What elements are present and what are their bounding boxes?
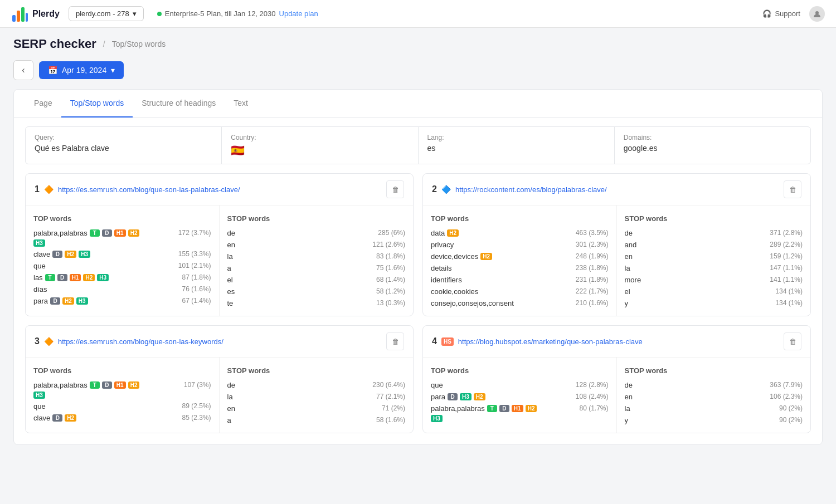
delete-button[interactable]: 🗑 — [784, 180, 801, 198]
word-count: 76 (1.6%) — [182, 285, 211, 293]
favicon-icon: 🔶 — [44, 185, 54, 194]
logo: Plerdy — [11, 5, 60, 23]
stop-word-row: en 106 (2.3%) — [617, 391, 811, 403]
user-icon[interactable] — [809, 6, 825, 22]
word-count: 231 (1.8%) — [576, 276, 609, 283]
date-label: Apr 19, 2024 — [62, 66, 106, 75]
word-left: días — [33, 285, 47, 293]
query-label: Query: — [35, 134, 212, 141]
stop-word-row: la 77 (2.1%) — [220, 391, 414, 403]
delete-button[interactable]: 🗑 — [784, 332, 801, 350]
stop-word-row: en 159 (1.2%) — [617, 251, 811, 262]
stop-word-row: la 90 (2%) — [617, 403, 811, 414]
card-header-2: 2 🔷 https://rockcontent.com/es/blog/pala… — [423, 174, 810, 205]
delete-button[interactable]: 🗑 — [386, 180, 404, 198]
badge-d: D — [499, 405, 509, 412]
word-count: 222 (1.7%) — [576, 287, 609, 295]
badge-h2: H2 — [62, 297, 74, 305]
stop-word-row: de 285 (6%) — [220, 227, 414, 239]
words-section: TOP words palabra,palabras TDH1H2 H3 172… — [26, 205, 413, 316]
top-word-row: clave DH2 85 (2.3%) — [26, 412, 219, 424]
badge-h1: H1 — [512, 405, 523, 412]
word-count: 87 (1.8%) — [182, 273, 211, 281]
stop-words-list: de 363 (7.9%) en 106 (2.3%) la 90 (2%) y… — [617, 379, 811, 426]
stop-word-row: a 75 (1.6%) — [220, 262, 414, 274]
tab-text[interactable]: Text — [225, 90, 257, 118]
stop-word-row: el 134 (1%) — [617, 286, 811, 297]
tab-headings[interactable]: Structure of headings — [133, 90, 225, 118]
site-selector-text: plerdy.com - 278 — [76, 9, 129, 18]
country-label: Country: — [231, 134, 409, 141]
stop-words-header: STOP words — [220, 212, 414, 227]
stop-word-text: en — [227, 241, 235, 249]
site-selector[interactable]: plerdy.com - 278 ▾ — [69, 6, 144, 21]
card-url[interactable]: https://es.semrush.com/blog/que-son-las-… — [58, 185, 382, 194]
badge-h3: H3 — [431, 415, 443, 422]
card-url[interactable]: https://es.semrush.com/blog/que-son-las-… — [58, 337, 382, 346]
top-word-row: para DH2H3 67 (1.4%) — [26, 295, 219, 307]
stop-word-text: a — [227, 416, 231, 424]
page-title: SERP checker — [13, 37, 96, 51]
back-button[interactable]: ‹ — [13, 60, 33, 80]
word-count: 108 (2.4%) — [576, 393, 609, 400]
word-count: 463 (3.5%) — [576, 229, 609, 237]
plan-text: Enterprise-5 Plan, till Jan 12, 2030 — [165, 9, 276, 18]
stop-word-row: la 147 (1.1%) — [617, 262, 811, 274]
stop-word-text: la — [625, 264, 630, 272]
top-word-row: privacy 301 (2.3%) — [423, 239, 616, 251]
tabs: Page Top/Stop words Structure of heading… — [14, 90, 822, 118]
stop-word-row: la 83 (1.8%) — [220, 251, 414, 262]
stop-word-row: de 230 (6.4%) — [220, 379, 414, 391]
word-left: palabra,palabras TDH1H2 H3 — [33, 229, 140, 247]
tab-topstop[interactable]: Top/Stop words — [61, 90, 133, 118]
badge-h2: H2 — [480, 253, 492, 260]
word-text: palabra,palabras — [431, 404, 485, 413]
badge-d: D — [52, 414, 62, 422]
top-words-list: palabra,palabras TDH1H2 H3 107 (3%) que … — [26, 379, 219, 424]
stop-word-row: es 58 (1.2%) — [220, 286, 414, 297]
result-card-1: 1 🔶 https://es.semrush.com/blog/que-son-… — [25, 173, 414, 316]
logo-icon — [11, 5, 29, 23]
top-bar: Plerdy plerdy.com - 278 ▾ Enterprise-5 P… — [0, 0, 836, 28]
words-section: TOP words que 128 (2.8%) para DH3H2 108 … — [423, 358, 810, 433]
stop-word-row: de 363 (7.9%) — [617, 379, 811, 391]
stop-word-count: 58 (1.6%) — [376, 416, 405, 424]
word-text: para — [33, 297, 48, 305]
top-bar-right: 🎧 Support — [762, 6, 825, 22]
stop-word-text: y — [625, 416, 629, 424]
badge-h2: H2 — [65, 251, 76, 258]
top-word-row: que 128 (2.8%) — [423, 379, 616, 391]
card-num: 4 — [432, 336, 437, 346]
top-words-header: TOP words — [26, 212, 219, 227]
card-url[interactable]: https://blog.hubspot.es/marketing/que-so… — [458, 337, 779, 346]
badge-h3: H3 — [460, 393, 472, 400]
word-count: 238 (1.8%) — [576, 264, 609, 272]
card-url[interactable]: https://rockcontent.com/es/blog/palabras… — [455, 185, 779, 194]
headphones-icon: 🎧 — [762, 9, 771, 18]
stop-word-count: 58 (1.2%) — [376, 287, 405, 295]
stop-word-count: 285 (6%) — [378, 229, 405, 237]
word-left: details — [431, 264, 452, 272]
top-word-row: palabra,palabras TDH1H2 H3 172 (3.7%) — [26, 227, 219, 248]
top-words-header: TOP words — [423, 212, 616, 227]
stop-word-text: and — [625, 241, 637, 249]
support-button[interactable]: 🎧 Support — [762, 9, 800, 18]
badge-d: D — [102, 381, 112, 389]
stop-word-count: 363 (7.9%) — [770, 381, 803, 389]
card-header-1: 1 🔶 https://es.semrush.com/blog/que-son-… — [26, 174, 413, 205]
word-count: 172 (3.7%) — [178, 229, 211, 237]
date-picker-button[interactable]: 📅 Apr 19, 2024 ▾ — [39, 61, 124, 79]
top-word-row: consejo,consejos,consent 210 (1.6%) — [423, 297, 616, 309]
top-word-row: data H2 463 (3.5%) — [423, 227, 616, 239]
word-count: 301 (2.3%) — [576, 241, 609, 248]
stop-word-count: 68 (1.4%) — [376, 276, 405, 283]
tab-page[interactable]: Page — [25, 90, 61, 118]
stop-words-list: de 230 (6.4%) la 77 (2.1%) en 71 (2%) a … — [220, 379, 414, 426]
query-bar: Query: Qué es Palabra clave Country: 🇪🇸 … — [25, 126, 811, 164]
svg-rect-3 — [26, 13, 28, 22]
badge-t: T — [90, 381, 100, 389]
update-plan-link[interactable]: Update plan — [279, 9, 318, 18]
delete-button[interactable]: 🗑 — [386, 332, 404, 350]
badge-h2: H2 — [65, 414, 76, 422]
word-text: que — [33, 402, 46, 410]
